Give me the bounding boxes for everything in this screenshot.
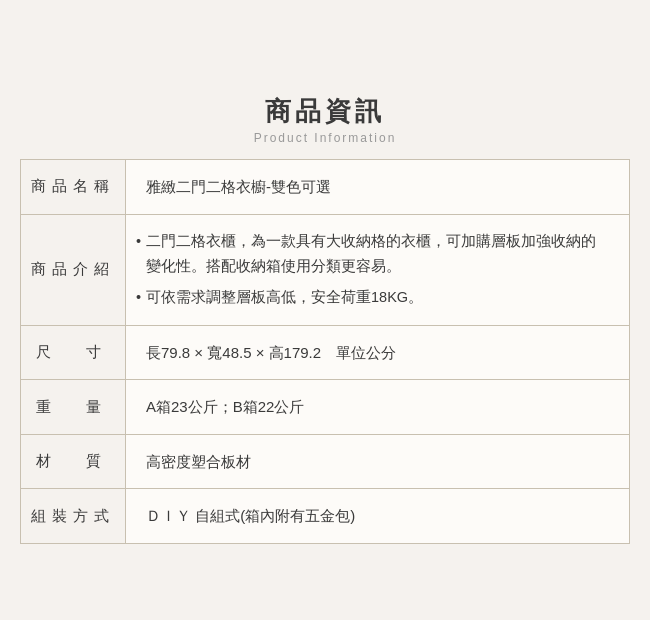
bullet-item: 二門二格衣櫃，為一款具有大收納格的衣櫃，可加購層板加強收納的變化性。搭配收納箱使…	[136, 229, 609, 280]
row-label-3: 重 量	[21, 380, 126, 435]
row-label-4: 材 質	[21, 434, 126, 489]
row-value-2: 長79.8 × 寬48.5 × 高179.2 單位公分	[126, 325, 630, 380]
table-row: 商品介紹二門二格衣櫃，為一款具有大收納格的衣櫃，可加購層板加強收納的變化性。搭配…	[21, 214, 630, 325]
row-value-3: A箱23公斤；B箱22公斤	[126, 380, 630, 435]
table-row: 重 量A箱23公斤；B箱22公斤	[21, 380, 630, 435]
table-row: 尺 寸長79.8 × 寬48.5 × 高179.2 單位公分	[21, 325, 630, 380]
row-value-4: 高密度塑合板材	[126, 434, 630, 489]
product-table: 商品名稱雅緻二門二格衣櫥-雙色可選商品介紹二門二格衣櫃，為一款具有大收納格的衣櫃…	[20, 159, 630, 544]
table-row: 組裝方式ＤＩＹ 自組式(箱內附有五金包)	[21, 489, 630, 544]
header: 商品資訊 Product Information	[20, 76, 630, 159]
row-label-1: 商品介紹	[21, 214, 126, 325]
row-value-5: ＤＩＹ 自組式(箱內附有五金包)	[126, 489, 630, 544]
row-value-1: 二門二格衣櫃，為一款具有大收納格的衣櫃，可加購層板加強收納的變化性。搭配收納箱使…	[126, 214, 630, 325]
row-label-0: 商品名稱	[21, 160, 126, 215]
table-row: 商品名稱雅緻二門二格衣櫥-雙色可選	[21, 160, 630, 215]
header-subtitle: Product Information	[20, 131, 630, 145]
row-label-2: 尺 寸	[21, 325, 126, 380]
table-row: 材 質高密度塑合板材	[21, 434, 630, 489]
bullet-item: 可依需求調整層板高低，安全荷重18KG。	[136, 285, 609, 310]
row-label-5: 組裝方式	[21, 489, 126, 544]
row-value-0: 雅緻二門二格衣櫥-雙色可選	[126, 160, 630, 215]
header-title: 商品資訊	[20, 94, 630, 129]
product-info-container: 商品資訊 Product Information 商品名稱雅緻二門二格衣櫥-雙色…	[20, 76, 630, 544]
